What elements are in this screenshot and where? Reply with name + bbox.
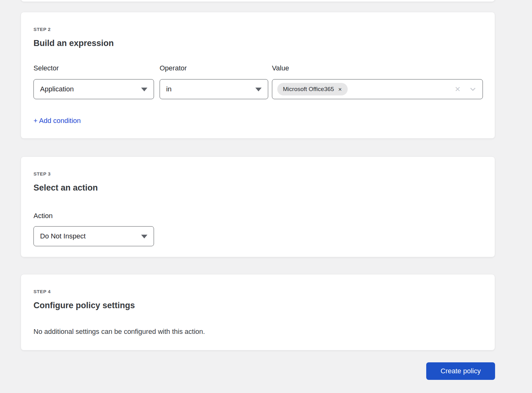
action-dropdown[interactable]: Do Not Inspect: [33, 226, 154, 246]
create-policy-button[interactable]: Create policy: [426, 362, 495, 380]
build-expression-title: Build an expression: [33, 38, 114, 48]
previous-card-edge: [21, 0, 495, 2]
operator-dropdown[interactable]: in: [160, 79, 268, 99]
select-action-card: STEP 3 Select an action Action Do Not In…: [21, 156, 495, 257]
value-tag-text: Microsoft Office365: [283, 86, 334, 93]
step-2-label: STEP 2: [33, 27, 51, 32]
value-label: Value: [272, 64, 289, 72]
step-4-label: STEP 4: [33, 289, 51, 294]
selector-dropdown-value: Application: [40, 85, 74, 93]
operator-dropdown-chevron-icon: [255, 88, 262, 91]
add-condition-link[interactable]: + Add condition: [33, 117, 81, 125]
value-multiselect-field[interactable]: Microsoft Office365 ✕ ✕: [272, 79, 483, 99]
tag-remove-icon[interactable]: ✕: [338, 87, 342, 92]
policy-settings-card: STEP 4 Configure policy settings No addi…: [21, 274, 495, 350]
action-label: Action: [33, 212, 53, 220]
value-field-controls: ✕: [455, 79, 477, 99]
select-action-title: Select an action: [33, 183, 98, 193]
value-clear-icon[interactable]: ✕: [455, 86, 461, 93]
policy-settings-title: Configure policy settings: [33, 301, 135, 310]
value-chevron-down-icon[interactable]: [469, 85, 477, 93]
build-expression-card: STEP 2 Build an expression Selector Oper…: [21, 12, 495, 139]
step-3-label: STEP 3: [33, 171, 51, 176]
selector-dropdown-chevron-icon: [141, 88, 147, 91]
operator-label: Operator: [160, 64, 187, 72]
policy-settings-message: No additional settings can be configured…: [33, 328, 205, 336]
operator-dropdown-value: in: [166, 85, 171, 93]
action-dropdown-value: Do Not Inspect: [40, 232, 86, 240]
value-tag: Microsoft Office365 ✕: [277, 83, 348, 95]
selector-dropdown[interactable]: Application: [33, 79, 154, 99]
selector-label: Selector: [33, 64, 59, 72]
action-dropdown-chevron-icon: [141, 235, 147, 238]
